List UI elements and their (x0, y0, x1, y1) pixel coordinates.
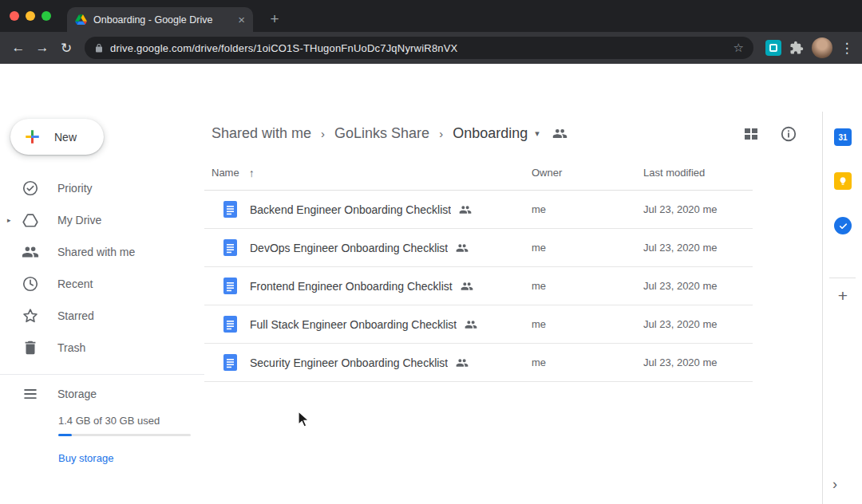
sidebar-item-label: Trash (57, 341, 85, 354)
sidebar-item-label: My Drive (57, 214, 101, 226)
star-outline-icon (22, 307, 39, 325)
window-zoom-button[interactable] (42, 11, 51, 21)
breadcrumb: Shared with me › GoLinks Share › Onboard… (204, 112, 822, 156)
people-icon (22, 243, 39, 261)
extension-icon-teal[interactable] (765, 40, 781, 56)
sidebar-divider (0, 374, 204, 375)
browser-menu-icon[interactable]: ⋮ (838, 40, 856, 57)
tab-title: Onboarding - Google Drive (93, 14, 231, 26)
sidebar-item-recent[interactable]: Recent (0, 268, 204, 300)
sidebar-item-my-drive[interactable]: ▸ My Drive (0, 204, 204, 236)
file-row[interactable]: Backend Engineer Onboarding Checklist me… (204, 191, 753, 229)
storage-progress-fill (58, 434, 72, 436)
file-owner: me (532, 356, 643, 368)
expand-chevron-icon[interactable]: ▸ (7, 216, 11, 224)
column-header-modified: Last modified (643, 167, 753, 179)
bookmark-star-icon[interactable]: ☆ (733, 41, 744, 55)
column-header-owner: Owner (532, 167, 643, 179)
storage-usage-text: 1.4 GB of 30 GB used (58, 415, 192, 427)
google-doc-icon (223, 278, 237, 294)
browser-toolbar: ← → ↻ drive.google.com/drive/folders/1oi… (0, 32, 862, 64)
breadcrumb-item-golinks-share[interactable]: GoLinks Share (334, 125, 429, 142)
shared-file-indicator-icon (465, 318, 477, 331)
file-name: DevOps Engineer Onboarding Checklist (250, 242, 448, 254)
details-info-icon[interactable] (780, 125, 797, 143)
sidebar-item-label: Priority (57, 182, 93, 195)
buy-storage-link[interactable]: Buy storage (58, 452, 113, 464)
file-row[interactable]: Full Stack Engineer Onboarding Checklist… (204, 305, 753, 344)
google-doc-icon (223, 354, 237, 371)
shared-file-indicator-icon (456, 356, 469, 369)
sidebar-item-starred[interactable]: Starred (0, 300, 204, 332)
sidebar-item-label: Starred (57, 309, 94, 322)
url-text: drive.google.com/drive/folders/1oiCO1S-T… (110, 42, 727, 54)
reload-button[interactable]: ↻ (54, 36, 78, 60)
keep-icon[interactable] (834, 172, 852, 190)
side-panel-rail: 31 + › (822, 112, 862, 504)
my-drive-icon (22, 211, 39, 229)
browser-tab[interactable]: Onboarding - Google Drive × (67, 7, 253, 32)
new-button-label: New (54, 131, 77, 144)
window-minimize-button[interactable] (26, 11, 35, 21)
google-doc-icon (223, 316, 237, 333)
storage-icon (22, 385, 39, 403)
drive-favicon (75, 14, 87, 25)
calendar-icon[interactable]: 31 (834, 128, 852, 146)
file-owner: me (532, 203, 643, 215)
lock-icon[interactable] (94, 43, 104, 53)
file-owner: me (532, 280, 643, 292)
rail-divider (829, 278, 856, 278)
shared-file-indicator-icon (461, 280, 473, 293)
breadcrumb-item-shared-with-me[interactable]: Shared with me (212, 125, 311, 142)
forward-button[interactable]: → (30, 36, 54, 60)
back-button[interactable]: ← (6, 36, 30, 60)
new-button[interactable]: New (10, 119, 104, 155)
column-header-name[interactable]: Name ↑ (204, 167, 532, 179)
window-close-button[interactable] (10, 11, 19, 21)
drive-header: Drive ▾ ? Suite (0, 64, 862, 112)
file-row[interactable]: DevOps Engineer Onboarding Checklist me … (204, 229, 753, 267)
file-owner: me (532, 318, 643, 330)
shared-file-indicator-icon (456, 242, 469, 254)
file-name: Backend Engineer Onboarding Checklist (250, 203, 451, 216)
sidebar-item-label: Shared with me (57, 246, 135, 258)
trash-icon (22, 339, 39, 356)
sidebar-item-priority[interactable]: Priority (0, 172, 204, 204)
address-bar[interactable]: drive.google.com/drive/folders/1oiCO1S-T… (85, 37, 753, 59)
shared-file-indicator-icon (459, 203, 472, 216)
shared-folder-indicator-icon (552, 126, 567, 141)
file-modified: Jul 23, 2020 me (643, 203, 753, 215)
column-header-label: Name (212, 167, 239, 179)
close-tab-button[interactable]: × (238, 14, 245, 26)
sidebar-item-storage[interactable]: Storage (0, 378, 204, 410)
extensions-puzzle-icon[interactable] (787, 38, 806, 57)
get-addons-button[interactable]: + (834, 287, 852, 305)
priority-check-circle-icon (22, 179, 39, 197)
sort-ascending-icon: ↑ (249, 167, 255, 179)
file-row[interactable]: Security Engineer Onboarding Checklist m… (204, 344, 753, 382)
tasks-icon[interactable] (834, 217, 852, 234)
sidebar: New Priority ▸ My Drive Shared with me (0, 112, 204, 504)
grid-view-toggle-icon[interactable] (741, 124, 761, 144)
sidebar-item-trash[interactable]: Trash (0, 332, 204, 364)
file-modified: Jul 23, 2020 me (643, 280, 753, 292)
browser-profile-avatar[interactable] (812, 37, 832, 58)
multicolor-plus-icon (22, 126, 43, 148)
browser-tab-strip: Onboarding - Google Drive × + (0, 0, 862, 32)
file-list-area: Shared with me › GoLinks Share › Onboard… (204, 112, 822, 504)
file-name: Security Engineer Onboarding Checklist (250, 356, 448, 369)
file-owner: me (532, 242, 643, 254)
clock-icon (22, 275, 39, 293)
google-doc-icon (223, 239, 237, 256)
file-row[interactable]: Frontend Engineer Onboarding Checklist m… (204, 267, 753, 305)
table-header-row: Name ↑ Owner Last modified (204, 156, 753, 191)
breadcrumb-separator-icon: › (321, 127, 325, 140)
new-tab-button[interactable]: + (264, 9, 285, 30)
folder-actions-caret-icon[interactable]: ▾ (535, 128, 540, 139)
hide-side-panel-chevron-icon[interactable]: › (832, 476, 837, 493)
sidebar-item-shared-with-me[interactable]: Shared with me (0, 236, 204, 268)
file-modified: Jul 23, 2020 me (643, 318, 753, 330)
breadcrumb-item-onboarding[interactable]: Onboarding (453, 125, 528, 142)
breadcrumb-separator-icon: › (439, 127, 443, 140)
file-name: Full Stack Engineer Onboarding Checklist (250, 318, 457, 331)
